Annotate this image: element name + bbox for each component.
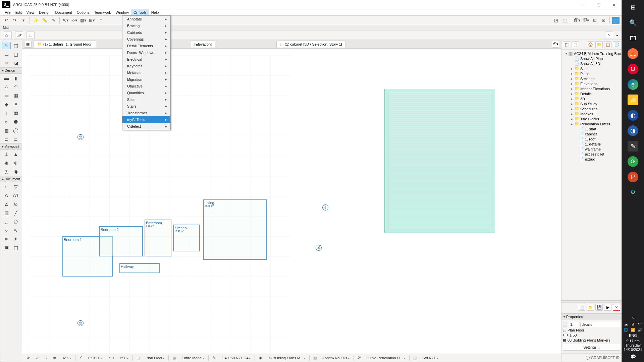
tree-item-elevations[interactable]: ▸📁Elevations xyxy=(562,81,621,86)
tool-fill[interactable]: ▨ xyxy=(2,209,11,217)
dropdown-item-cabinets[interactable]: Cabinets▸ xyxy=(122,29,170,36)
sub-btn2[interactable]: ◫▾ xyxy=(15,32,23,39)
tool-arc[interactable]: ◡ xyxy=(2,218,11,225)
redo-button[interactable]: ↷ xyxy=(11,17,18,24)
sb-zoom[interactable]: 32% xyxy=(60,356,73,360)
tool-ie[interactable]: ◉ xyxy=(2,159,11,167)
tool-rail[interactable]: ⫿ xyxy=(2,109,11,117)
opera-icon[interactable]: O xyxy=(628,64,638,74)
tool-poly[interactable]: ⬠ xyxy=(11,218,20,225)
menu-view[interactable]: View xyxy=(24,9,37,15)
tool-r4-icon[interactable]: 🗐▾ xyxy=(582,17,590,24)
sb-pen[interactable]: GA 1:50 NZE 24 xyxy=(219,356,252,360)
nav-delete-icon[interactable]: ✕ xyxy=(613,304,620,311)
dropdown-item-coverings[interactable]: Coverings▸ xyxy=(122,36,170,43)
tree-item-1-roof[interactable]: 📄1. roof xyxy=(562,136,621,141)
settings-icon[interactable]: ⚙ xyxy=(628,187,638,198)
tool-door[interactable]: ⊏ xyxy=(2,135,11,143)
sb-markers-icon[interactable]: ◉ xyxy=(257,355,264,361)
dropdown-button[interactable]: ▾ xyxy=(20,17,27,24)
sub-btn1[interactable]: ⎙▾ xyxy=(4,32,12,39)
start-icon[interactable]: ⊞ xyxy=(628,2,638,13)
graphisoft-id[interactable]: GRAPHISOFT ID xyxy=(561,353,622,362)
sb-zones-icon[interactable]: ▨ xyxy=(312,355,318,361)
menu-document[interactable]: Document xyxy=(53,9,74,15)
dropdown-item-detail-elements[interactable]: Detail Elements▸ xyxy=(122,43,170,49)
tree-item-site[interactable]: ▸📁Site xyxy=(562,66,621,71)
tree-item-show-all-plan[interactable]: 📄Show All Plan xyxy=(562,56,621,61)
tool-opening[interactable]: ◯ xyxy=(11,127,20,134)
settings-button[interactable]: Settings... xyxy=(563,344,620,351)
tray-language[interactable]: ENG xyxy=(623,334,643,338)
tool-pencil-icon[interactable]: ✎ xyxy=(50,17,57,24)
tray-cloud-icon[interactable]: ☁ xyxy=(623,322,629,326)
drawing-canvas[interactable]: Bedroom 1Bedroom 2Bathroom4.20 m²Kitchen… xyxy=(22,49,561,354)
edge-icon[interactable]: e xyxy=(628,79,638,90)
tool-r1-icon[interactable]: ◳ xyxy=(552,17,560,24)
menu-window[interactable]: Window xyxy=(113,9,131,15)
tool-grid-dd[interactable]: ▦▾ xyxy=(79,17,87,24)
dropdown-item-ciselect[interactable]: CiSelect▸ xyxy=(122,123,170,130)
tool-r5-icon[interactable]: ⊡ xyxy=(591,17,598,24)
sb-scale-icon[interactable]: ⟷ xyxy=(108,355,115,361)
tree-item-cabinet[interactable]: 📄cabinet xyxy=(562,131,621,136)
tool-grid2-dd[interactable]: ⊞▾ xyxy=(88,17,96,24)
menu-design[interactable]: Design xyxy=(37,9,53,15)
tool-elev[interactable]: ▲ xyxy=(11,150,20,158)
sb-reno[interactable]: 00 No Renovation Fi... xyxy=(365,356,408,360)
tree-item-show-all-3d[interactable]: 📄Show All 3D xyxy=(562,61,621,66)
menu-file[interactable]: File xyxy=(2,9,13,15)
powerpoint-icon[interactable]: P xyxy=(628,172,638,182)
palette-section-document[interactable]: Document xyxy=(0,176,22,182)
tool-line[interactable]: ╱ xyxy=(11,209,20,217)
tool-grid3[interactable]: # xyxy=(97,17,104,24)
tool-wall[interactable]: ▭ xyxy=(2,51,11,58)
app4-icon[interactable]: ⟳ xyxy=(628,156,638,167)
close-button[interactable]: ✕ xyxy=(606,0,622,9)
sb-reno-icon[interactable]: ⚒ xyxy=(356,355,363,361)
tool-txt[interactable]: A xyxy=(2,192,11,199)
tree-item-1-start[interactable]: 📄1. start xyxy=(562,126,621,131)
sb-angle-icon[interactable]: ∠ xyxy=(77,355,84,361)
maximize-button[interactable]: ▢ xyxy=(591,0,606,9)
tool-wall3d[interactable]: ◫ xyxy=(11,51,20,58)
app3-icon[interactable]: ✎ xyxy=(628,141,638,152)
tool-snap-dd[interactable]: ⊹▾ xyxy=(71,17,78,24)
prop-name-field[interactable] xyxy=(580,322,620,327)
nav-go-icon[interactable]: ▶ xyxy=(604,304,611,311)
tool-cw[interactable]: ▦ xyxy=(11,109,20,117)
sb-zoom-in-icon[interactable]: ⊕ xyxy=(51,355,58,361)
tool-wall2[interactable]: ▱ xyxy=(2,59,11,67)
menu-ci-tools[interactable]: Ci Tools xyxy=(131,9,149,15)
app1-icon[interactable]: ◐ xyxy=(628,110,638,121)
nav-btn5[interactable]: 📋 xyxy=(604,41,611,48)
sb-zoom-fit-icon[interactable]: ⊙ xyxy=(42,355,49,361)
navigator-tree[interactable]: ▾🏢 AC24 BIM Intro Training Bac 📄Show All… xyxy=(561,50,622,300)
dropdown-item-stairs[interactable]: Stairs▸ xyxy=(122,103,170,110)
tray-net-icon[interactable]: 🌐 xyxy=(623,328,629,332)
tool-r2-icon[interactable]: ⬚ xyxy=(561,17,569,24)
tray-vol-icon[interactable]: 🔊 xyxy=(637,328,643,332)
tool-r6-icon[interactable]: ⊡ xyxy=(600,17,607,24)
tree-item-title-blocks[interactable]: ▸📁Title Blocks xyxy=(562,116,621,121)
sb-pen-icon[interactable]: ✎ xyxy=(211,355,217,361)
tool-marquee[interactable]: ⬚ xyxy=(11,42,20,49)
tool-lamp[interactable]: ☼ xyxy=(2,118,11,125)
tray-wifi-icon[interactable]: 📶 xyxy=(630,328,636,332)
tray-monitor-icon[interactable]: 🖥 xyxy=(630,322,636,326)
tool-column[interactable]: ▮ xyxy=(11,74,20,82)
tool-wand-icon[interactable]: ✨ xyxy=(32,17,40,24)
sb-coord[interactable]: 0° 0' 0" xyxy=(86,356,104,360)
tool-stair[interactable]: ≡ xyxy=(11,101,20,108)
tool-r7-icon[interactable]: ⬚ xyxy=(612,17,620,24)
sb-std-icon[interactable]: ⬚ xyxy=(412,355,418,361)
tree-item-renovation-filters[interactable]: ▸📁Renovation Filters xyxy=(562,121,621,126)
tab-floor-plan[interactable]: 📁 (1) 1. details [1. Ground Floor] xyxy=(34,41,96,48)
sb-zones[interactable]: Zones- No Fills xyxy=(320,356,351,360)
tool-roof[interactable]: △ xyxy=(2,83,11,90)
dropdown-item-keynotes[interactable]: Keynotes▸ xyxy=(122,63,170,69)
tool-circ[interactable]: ○ xyxy=(2,227,11,234)
tab-3d[interactable]: ⬚ (1) cabinet [3D / Selection, Story 1] xyxy=(276,41,346,48)
dropdown-item-quantities[interactable]: Quantities▸ xyxy=(122,89,170,96)
tray-notifications-icon[interactable]: 💬 xyxy=(623,354,643,359)
